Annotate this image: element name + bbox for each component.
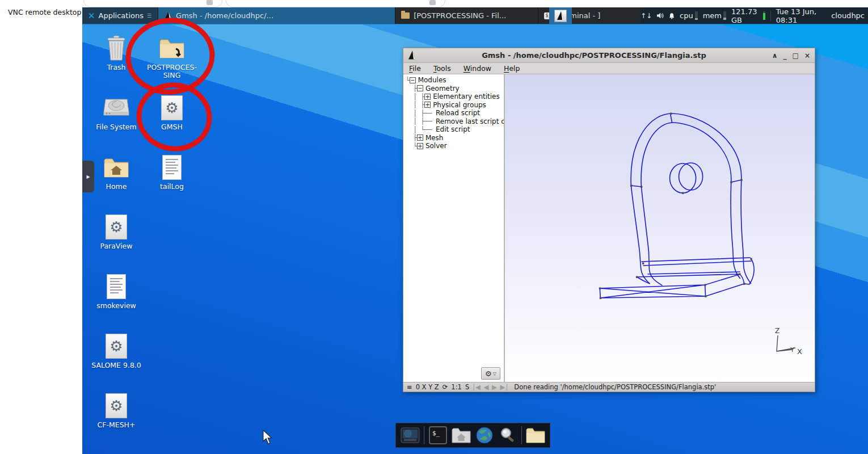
maximize-button[interactable]: □ (793, 52, 799, 60)
desktop-icon-trash[interactable]: Trash (89, 35, 144, 72)
mem-monitor[interactable]: mem (703, 11, 726, 20)
x-axis-label: X (797, 347, 802, 356)
shade-button[interactable]: ∧ (772, 52, 778, 60)
user-name: cloudhpc (831, 11, 865, 20)
taskbar-window-postprocessing[interactable]: [POSTPROCESSING - Fil... (395, 7, 538, 24)
tree-item-modules[interactable]: └−Modules (406, 76, 504, 85)
gmsh-triangle-icon (554, 10, 567, 22)
top-input-box-2[interactable] (226, 0, 445, 7)
gmsh-window: Gmsh - /home/cloudhpc/POSTPROCESSING/Fla… (403, 48, 815, 392)
mem-bar (723, 11, 726, 20)
menu-help[interactable]: Help (504, 64, 520, 73)
statusbar-axis-toggles[interactable]: 0 X Y Z (416, 383, 439, 391)
desktop-icon-postprocessing[interactable]: POSTPROCES- SING (145, 35, 199, 80)
expand-box-icon[interactable]: + (417, 134, 423, 141)
document-icon (162, 155, 182, 180)
desktop-icon-taillog[interactable]: tailLog (145, 154, 199, 191)
gmsh-titlebar[interactable]: Gmsh - /home/cloudhpc/POSTPROCESSING/Fla… (403, 48, 815, 63)
trash-icon (103, 35, 129, 61)
applications-label: Applications (99, 11, 144, 20)
gear-app-icon: ⚙ (106, 393, 127, 418)
menu-file[interactable]: File (409, 64, 421, 73)
statusbar-menu-icon[interactable]: ≡ (407, 383, 412, 391)
taskbar-window-label: Gmsh - /home/cloudhpc/... (176, 11, 273, 20)
volume-icon[interactable] (657, 12, 664, 19)
collapse-box-icon[interactable]: − (417, 85, 423, 91)
desktop-icon-label: SALOME 9.8.0 (91, 361, 141, 369)
menu-window[interactable]: Window (464, 64, 491, 73)
gmsh-triangle-icon (164, 11, 172, 20)
tree-item-mesh[interactable]: ├+Mesh (406, 134, 504, 142)
tree-item-edit-script[interactable]: │ └── Edit script (406, 125, 504, 134)
desktop-icon-label: POSTPROCES- SING (146, 64, 198, 80)
dock-separator (424, 426, 424, 444)
xfce-logo-icon: ✕ (88, 11, 95, 21)
close-button[interactable]: × (804, 52, 810, 60)
statusbar-playback-buttons[interactable]: |◀ ◀ ▶ ▶| (473, 383, 508, 391)
mouse-cursor (262, 430, 275, 445)
tree-item-geometry[interactable]: ├−Geometry (406, 85, 504, 93)
rotate-icon[interactable]: ⟳ (443, 383, 448, 391)
taskbar-gmsh-launcher[interactable] (549, 7, 572, 24)
chevron-down-icon: ▽ (493, 371, 496, 376)
desktop-icon-home[interactable]: Home (89, 154, 144, 191)
folder-icon (401, 12, 410, 19)
panel-grabber[interactable]: ▶ (82, 161, 94, 192)
tree-item-solver[interactable]: └+Solver (406, 142, 504, 150)
terminal-icon[interactable]: $_ (428, 426, 448, 445)
tree-item-physical-groups[interactable]: │ ├+Physical groups (406, 101, 504, 110)
file-manager-icon[interactable] (526, 426, 545, 445)
desktop-icon-label: smokeview (96, 302, 136, 310)
applications-menu-button[interactable]: ✕ Applications ☰ (82, 7, 158, 24)
context-options-button[interactable]: ⚙ ▽ (481, 367, 500, 380)
desktop-icon-paraview[interactable]: ⚙ ParaView (89, 214, 144, 250)
network-traffic-icon[interactable]: ↑↓ (641, 12, 652, 20)
harddisk-icon (103, 95, 129, 121)
dock-separator (521, 426, 522, 444)
desktop-icon-cfmesh[interactable]: ⚙ CF-MESH+ (89, 393, 144, 429)
taskbar: ✕ Applications ☰ Gmsh - /home/cloudhpc/.… (82, 7, 868, 24)
expand-box-icon[interactable]: + (424, 94, 431, 100)
notification-bell-icon[interactable] (669, 12, 675, 20)
cpu-monitor[interactable]: cpu (680, 11, 698, 20)
statusbar-scale[interactable]: 1:1 (451, 383, 462, 391)
desktop-icon-label: File System (96, 123, 137, 131)
desktop-icon-label: Home (106, 183, 127, 191)
y-axis-label: Y (790, 346, 794, 354)
gmsh-statusbar: ≡ 0 X Y Z ⟳ 1:1 S |◀ ◀ ▶ ▶| Done reading… (403, 382, 815, 392)
home-folder-icon (103, 154, 129, 180)
axes-gizmo: Z Y X (770, 329, 804, 358)
desktop-icon-gmsh[interactable]: ⚙ GMSH (145, 95, 199, 131)
clock[interactable]: Tue 13 Jun, 08:31 (776, 7, 826, 24)
cpu-bar (695, 11, 698, 20)
disk-label: 121.73 GB (731, 7, 761, 24)
home-folder-icon[interactable] (452, 426, 471, 445)
collapse-box-icon[interactable]: − (410, 77, 416, 83)
show-desktop-icon[interactable] (401, 426, 420, 445)
menu-tools[interactable]: Tools (433, 64, 451, 73)
gmsh-3d-viewport[interactable]: Z Y X (505, 74, 815, 382)
cpu-label: cpu (680, 11, 693, 20)
taskbar-window-gmsh[interactable]: Gmsh - /home/cloudhpc/... (158, 7, 395, 24)
flange-wireframe-model (505, 74, 815, 382)
tree-item-reload-script[interactable]: │ ├── Reload script (406, 109, 504, 117)
document-icon (107, 274, 126, 299)
search-icon[interactable] (498, 426, 517, 445)
desktop-icon-filesystem[interactable]: File System (89, 95, 144, 131)
web-browser-icon[interactable] (475, 426, 494, 445)
expand-box-icon[interactable]: + (424, 102, 431, 108)
gmsh-menubar: File Tools Window Help (403, 63, 815, 74)
statusbar-snap[interactable]: S (465, 383, 469, 391)
expand-box-icon[interactable]: + (417, 143, 423, 149)
top-input-box-1[interactable] (83, 0, 222, 7)
tree-item-remove-last-script[interactable]: │ ├── Remove last script co (406, 117, 504, 126)
minimize-button[interactable]: _ (783, 52, 787, 60)
folder-shortcut-icon (159, 35, 185, 61)
disk-monitor[interactable]: 121.73 GB (731, 7, 765, 24)
z-axis-label: Z (775, 327, 779, 335)
tray-separator (770, 11, 771, 21)
desktop-icon-smokeview[interactable]: smokeview (89, 274, 144, 310)
disk-bar (763, 11, 765, 20)
desktop-icon-salome[interactable]: ⚙ SALOME 9.8.0 (89, 333, 144, 369)
tree-item-elementary-entities[interactable]: │ ├+Elementary entities (406, 93, 504, 101)
